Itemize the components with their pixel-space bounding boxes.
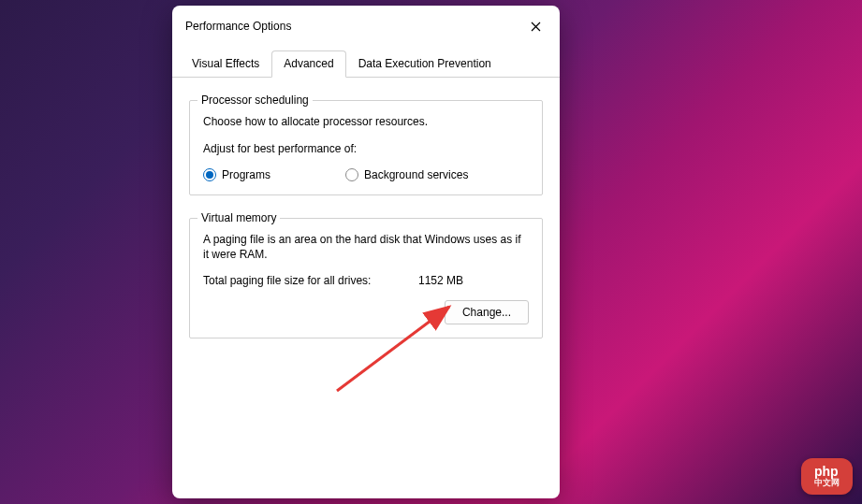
paging-size-label: Total paging file size for all drives: xyxy=(203,274,418,287)
tab-visual-effects[interactable]: Visual Effects xyxy=(180,50,271,77)
performance-options-dialog: Performance Options Visual Effects Advan… xyxy=(172,6,560,498)
radio-background-services[interactable]: Background services xyxy=(345,168,468,181)
watermark-badge: php 中文网 xyxy=(801,458,853,495)
dialog-title: Performance Options xyxy=(185,20,291,33)
tab-data-execution-prevention[interactable]: Data Execution Prevention xyxy=(346,50,504,77)
titlebar: Performance Options xyxy=(172,6,560,43)
adjust-label: Adjust for best performance of: xyxy=(203,141,529,157)
watermark-sub: 中文网 xyxy=(814,477,840,489)
radio-icon xyxy=(345,168,358,181)
close-icon[interactable] xyxy=(524,15,547,37)
virtual-memory-group: Virtual memory A paging file is an area … xyxy=(189,218,543,339)
memory-group-title: Virtual memory xyxy=(197,211,280,224)
tabs: Visual Effects Advanced Data Execution P… xyxy=(172,50,560,78)
button-row: Change... xyxy=(203,300,529,324)
change-button[interactable]: Change... xyxy=(445,300,529,324)
radio-background-label: Background services xyxy=(364,168,468,181)
processor-scheduling-group: Processor scheduling Choose how to alloc… xyxy=(189,100,543,195)
paging-size-row: Total paging file size for all drives: 1… xyxy=(203,274,529,287)
tab-advanced[interactable]: Advanced xyxy=(271,50,345,78)
radio-programs[interactable]: Programs xyxy=(203,168,270,181)
processor-group-title: Processor scheduling xyxy=(197,94,313,107)
radio-programs-label: Programs xyxy=(222,168,270,181)
paging-size-value: 1152 MB xyxy=(418,274,463,287)
tab-content: Processor scheduling Choose how to alloc… xyxy=(172,78,560,350)
processor-description: Choose how to allocate processor resourc… xyxy=(203,114,529,130)
radio-row: Programs Background services xyxy=(203,168,529,181)
radio-icon xyxy=(203,168,216,181)
memory-description: A paging file is an area on the hard dis… xyxy=(203,232,529,264)
